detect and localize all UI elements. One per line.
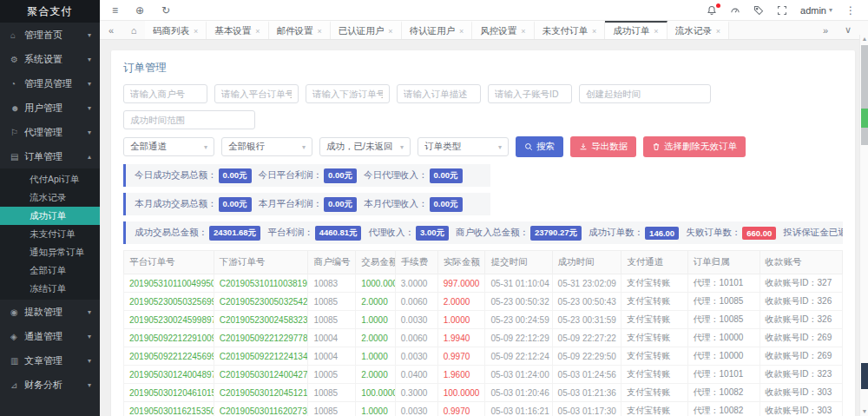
stat-value-badge: 0.00元 — [219, 197, 252, 212]
create-start-time-input[interactable] — [579, 84, 711, 103]
tab-verified-users-label: 已认证用户 — [339, 25, 385, 37]
scroll-up-icon[interactable]: ▲ — [860, 35, 868, 43]
nav-order-management[interactable]: ▤订单管理▴ — [0, 144, 100, 168]
withdraw-icon: ◉ — [10, 307, 24, 317]
nav-withdraw-management-label: 提款管理 — [24, 306, 88, 319]
close-icon[interactable]: × — [255, 27, 260, 36]
nav-dashboard-label: 管理首页 — [24, 29, 88, 42]
nav-system-settings-label: 系统设置 — [24, 53, 88, 66]
tab-merchant-list[interactable]: 码商列表× — [145, 21, 207, 39]
nav-dashboard[interactable]: ⌂管理首页▾ — [0, 23, 100, 47]
sub-account-id-input[interactable] — [488, 84, 572, 103]
tab-pending-users-label: 待认证用户 — [410, 25, 456, 37]
stat-value-badge: 0.00元 — [219, 168, 252, 183]
stat-bar-2: 本月成功交易总额：0.00元本月平台利润：0.00元本月代理收入：0.00元 — [123, 193, 490, 215]
scrollbar-thumb[interactable] — [861, 45, 868, 145]
tab-strip: 码商列表×基本设置×邮件设置×已认证用户×待认证用户×风控设置×未支付订单×成功… — [145, 21, 814, 39]
table-cell: 支付宝转账 — [621, 366, 687, 384]
delete-invalid-orders-button[interactable]: 选择删除无效订单 — [643, 136, 746, 157]
tab-unpaid-orders[interactable]: 未支付订单× — [535, 21, 606, 39]
table-row: 20190523002459989752C2019052300245832376… — [124, 311, 843, 329]
nav-system-settings[interactable]: ⚙系统设置▾ — [0, 47, 100, 71]
platform-order-no-input[interactable] — [214, 84, 299, 103]
tab-flow-records[interactable]: 流水记录× — [667, 21, 729, 39]
stat-value-badge: 4460.81元 — [315, 226, 362, 241]
bell-icon[interactable] — [707, 5, 717, 16]
stat-bar-1: 今日成功交易总额：0.00元今日平台利润：0.00元今日代理收入：0.00元 — [123, 164, 490, 187]
order-type-select-value: 订单类型 — [424, 141, 461, 153]
tag-icon[interactable] — [753, 5, 764, 16]
order-desc-input[interactable] — [397, 84, 481, 103]
close-icon[interactable]: × — [521, 27, 525, 36]
tab-basic-settings[interactable]: 基本设置× — [207, 21, 268, 39]
export-data-button[interactable]: 导出数据 — [570, 136, 636, 157]
table-cell: 100.0000 — [437, 384, 485, 402]
downstream-order-no-input[interactable] — [306, 84, 390, 103]
table-cell: C20190509221229778460 — [214, 329, 308, 347]
tab-basic-settings-label: 基本设置 — [214, 25, 251, 37]
globe-icon[interactable]: ⊕ — [135, 5, 144, 16]
search-button[interactable]: 搜索 — [516, 136, 563, 157]
table-row: 20190503011621535010C2019050301162027363… — [124, 402, 843, 416]
stat-label: 本月成功交易总额： — [135, 198, 217, 210]
scroll-down-icon[interactable]: ▼ — [860, 407, 868, 416]
close-icon[interactable]: × — [388, 27, 392, 36]
sub-api-payout-orders[interactable]: 代付Api订单 — [0, 170, 100, 188]
sub-notify-error-orders[interactable]: 通知异常订单 — [0, 243, 100, 261]
close-icon[interactable]: × — [318, 27, 322, 36]
user-name: admin — [800, 5, 826, 16]
status-select-value: 成功，已/未返回 — [326, 141, 392, 153]
table-cell: 05-03 01:24:00 — [485, 366, 552, 384]
tab-mail-settings[interactable]: 邮件设置× — [269, 21, 331, 39]
tabs-dropdown-icon[interactable]: ∨ — [837, 21, 859, 39]
nav-user-management[interactable]: ☻用户管理▾ — [0, 96, 100, 120]
close-icon[interactable]: × — [194, 27, 198, 36]
close-icon[interactable]: × — [716, 27, 720, 36]
table-cell: 代理：10000 — [687, 329, 760, 347]
channel-select[interactable]: 全部通道▾ — [123, 137, 214, 156]
table-cell: 0.0030 — [395, 311, 437, 329]
table-cell: 支付宝转账 — [621, 329, 687, 347]
table-cell: C20190531011003819055 — [214, 274, 308, 293]
table-cell: 代理：10000 — [687, 347, 760, 366]
close-icon[interactable]: × — [592, 27, 596, 36]
tabs-collapse-icon[interactable]: « — [100, 21, 122, 39]
refresh-icon[interactable]: ↻ — [161, 5, 170, 16]
status-select[interactable]: 成功，已/未返回▾ — [319, 137, 411, 156]
nav-article-management[interactable]: ▥文章管理▾ — [0, 348, 100, 373]
sub-frozen-orders[interactable]: 冻结订单 — [0, 280, 100, 298]
stat-value-badge: 660.00 — [742, 227, 776, 240]
tab-pending-users[interactable]: 待认证用户× — [402, 21, 473, 39]
vertical-scrollbar[interactable]: ▲ ▼ — [859, 35, 868, 416]
order-type-select[interactable]: 订单类型▾ — [418, 137, 509, 156]
table-cell: 1.9600 — [437, 366, 485, 384]
more-icon[interactable]: ⋮ — [845, 5, 856, 16]
tabs-forward-icon[interactable]: » — [814, 21, 837, 39]
menu-list-icon[interactable]: ≡ — [112, 5, 118, 16]
sub-unpaid-orders[interactable]: 未支付订单 — [0, 225, 100, 243]
sub-flow-records[interactable]: 流水记录 — [0, 188, 100, 207]
table-cell: 20190509221224569998 — [124, 347, 214, 366]
tab-risk-settings[interactable]: 风控设置× — [472, 21, 534, 39]
nav-finance-analysis[interactable]: ⊿财务分析▾ — [0, 373, 100, 397]
tab-verified-users[interactable]: 已认证用户× — [331, 21, 402, 39]
bank-select[interactable]: 全部银行▾ — [221, 137, 312, 156]
nav-admin-management[interactable]: ◔管理员管理▾ — [0, 71, 100, 96]
sub-all-orders[interactable]: 全部订单 — [0, 261, 100, 280]
scrollbar-marker-navy — [861, 363, 868, 389]
nav-agent-management[interactable]: ⚐代理管理▾ — [0, 120, 100, 144]
nav-channel-management[interactable]: ◈通道管理▾ — [0, 324, 100, 348]
sub-success-orders[interactable]: 成功订单 — [0, 207, 100, 225]
table-cell: 0.0060 — [395, 293, 437, 311]
close-icon[interactable]: × — [654, 27, 658, 36]
dashboard-icon[interactable] — [730, 5, 740, 16]
nav-withdraw-management[interactable]: ◉提款管理▾ — [0, 300, 100, 324]
close-icon[interactable]: × — [459, 27, 464, 36]
tab-success-orders[interactable]: 成功订单× — [605, 21, 667, 39]
tab-home-icon[interactable]: ⌂ — [122, 21, 145, 39]
success-time-range-input[interactable] — [123, 110, 255, 129]
merchant-no-input[interactable] — [123, 84, 207, 103]
table-cell: 1.0000 — [356, 311, 396, 329]
fullscreen-icon[interactable] — [777, 5, 787, 16]
user-menu[interactable]: admin ▾ — [800, 5, 832, 16]
